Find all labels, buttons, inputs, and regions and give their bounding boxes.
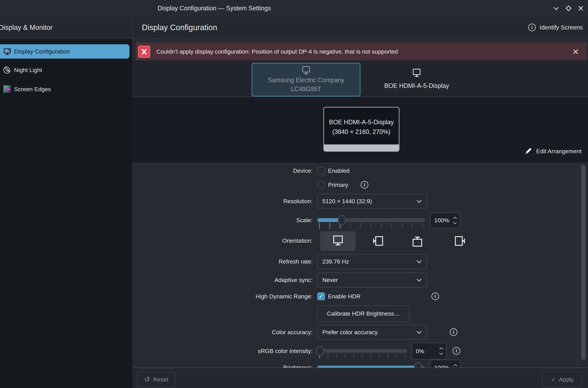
chevron-down-icon	[416, 260, 422, 264]
check-icon: ✓	[319, 293, 324, 300]
scale-slider[interactable]	[317, 218, 425, 222]
adaptive-sync-dropdown[interactable]: Never	[317, 272, 427, 288]
page-title: Display Configuration	[142, 17, 217, 38]
sidebar-item-night-light[interactable]: Night Light	[0, 63, 130, 77]
brightness-label: Brightness:	[283, 364, 312, 368]
srgb-spinbox[interactable]: 0%	[412, 343, 446, 360]
brightness-slider-handle[interactable]	[414, 363, 422, 368]
refresh-rate-label: Refresh rate:	[279, 258, 312, 265]
identify-screens-button[interactable]: i Identify Screens	[528, 17, 583, 38]
orientation-label: Orientation:	[282, 237, 312, 244]
monitor-icon	[412, 69, 421, 78]
close-icon	[577, 5, 584, 12]
sidebar-item-label: Screen Edges	[14, 86, 51, 93]
monitor-tab-label-line1: Samsung Electric Company	[268, 76, 344, 84]
scale-value: 100%	[434, 217, 449, 224]
error-banner: Couldn’t apply display configuration: Po…	[136, 43, 587, 61]
scale-slider-handle[interactable]	[338, 215, 346, 225]
primary-info-icon[interactable]: i	[361, 181, 368, 189]
resolution-dropdown[interactable]: 5120 × 1440 (32:9)	[317, 194, 427, 209]
error-icon	[138, 46, 150, 58]
chevron-down-icon	[416, 330, 422, 334]
system-settings-window: Display Configuration — System Settings …	[0, 0, 588, 388]
monitor-preview-box[interactable]: BOE HDMI-A-5-Display (3840 × 2160, 270%)	[323, 107, 399, 152]
sidebar-item-label: Night Light	[14, 67, 42, 73]
spin-down-icon[interactable]	[439, 352, 444, 355]
refresh-rate-dropdown[interactable]: 239.76 Hz	[317, 254, 427, 269]
footer-bar: ↺ Reset ✓ Apply	[132, 368, 588, 388]
titlebar: Display Configuration — System Settings	[0, 0, 588, 17]
srgb-slider[interactable]	[317, 349, 407, 353]
check-icon: ✓	[551, 376, 556, 383]
resolution-label: Resolution:	[283, 197, 312, 205]
hdr-info-icon[interactable]: i	[432, 292, 439, 300]
srgb-slider-handle[interactable]	[316, 346, 324, 356]
reset-button[interactable]: ↺ Reset	[137, 372, 176, 387]
color-accuracy-info-icon[interactable]: i	[450, 328, 457, 336]
calibrate-hdr-button[interactable]: Calibrate HDR Brightness…	[317, 305, 410, 322]
info-icon: i	[528, 24, 536, 31]
scrollbar-track-divider	[578, 163, 578, 368]
srgb-info-icon[interactable]: i	[453, 347, 460, 355]
enable-hdr-label: Enable HDR	[328, 292, 361, 300]
device-label: Device:	[293, 167, 312, 174]
orientation-portrait-right-button[interactable]	[454, 234, 467, 248]
edit-arrangement-label: Edit Arrangement	[536, 148, 582, 155]
chevron-down-icon	[416, 278, 422, 282]
sidebar-item-screen-edges[interactable]: Screen Edges	[0, 82, 130, 96]
banner-close-button[interactable]	[570, 43, 581, 60]
monitor-icon	[3, 48, 11, 55]
enabled-checkbox[interactable]	[317, 167, 325, 174]
night-light-icon	[3, 66, 11, 74]
brightness-value: 100%	[434, 364, 449, 368]
sidebar-item-display-configuration[interactable]: Display Configuration	[0, 44, 130, 59]
spin-up-icon[interactable]	[453, 217, 457, 219]
reset-label: Reset	[153, 376, 168, 383]
enable-hdr-checkbox[interactable]: ✓	[317, 292, 325, 300]
color-accuracy-label: Color accuracy:	[272, 328, 312, 336]
spin-up-icon[interactable]	[453, 364, 458, 367]
minimize-button[interactable]	[551, 3, 561, 13]
monitor-portrait-left-icon	[371, 235, 383, 247]
screen-edges-icon	[3, 85, 11, 93]
monitor-preview-stand	[324, 145, 399, 151]
chevron-down-icon	[552, 5, 560, 12]
edit-arrangement-button[interactable]: Edit Arrangement	[524, 146, 582, 157]
error-message: Couldn’t apply display configuration: Po…	[156, 48, 398, 55]
color-accuracy-dropdown[interactable]: Prefer color accuracy	[317, 325, 427, 340]
apply-button[interactable]: ✓ Apply	[542, 371, 583, 387]
brightness-spinbox[interactable]: 100%	[430, 360, 460, 368]
spin-down-icon[interactable]	[453, 222, 457, 224]
scrollbar-thumb[interactable]	[581, 165, 586, 360]
monitor-tab-samsung[interactable]: Samsung Electric Company LC49G95T	[252, 63, 360, 96]
spin-up-icon[interactable]	[439, 347, 444, 350]
monitor-tab-label-line1: BOE HDMI-A-5-Display	[384, 82, 449, 90]
monitor-icon	[301, 66, 311, 75]
sidebar-category-title: Display & Monitor	[0, 17, 52, 38]
orientation-inverted-button[interactable]	[411, 234, 424, 248]
scale-spinbox[interactable]: 100%	[430, 212, 460, 228]
monitor-tab-boe[interactable]: BOE HDMI-A-5-Display	[378, 63, 456, 95]
close-window-button[interactable]	[576, 3, 586, 13]
scale-label: Scale:	[296, 216, 313, 224]
window-title: Display Configuration — System Settings	[157, 0, 271, 17]
srgb-slider-ticks	[319, 353, 405, 358]
apply-label: Apply	[559, 376, 573, 383]
orientation-landscape-button[interactable]	[320, 231, 356, 251]
resolution-value: 5120 × 1440 (32:9)	[322, 198, 372, 205]
monitor-preview-name: BOE HDMI-A-5-Display	[324, 119, 399, 126]
close-icon	[572, 48, 579, 55]
sidebar: Display Configuration Night Light Screen…	[0, 39, 132, 388]
header-band: Display & Monitor Display Configuration …	[0, 17, 588, 39]
sidebar-item-label: Display Configuration	[14, 48, 70, 55]
primary-radio[interactable]	[317, 181, 325, 189]
undo-icon: ↺	[144, 376, 150, 383]
scale-slider-ticks	[319, 223, 423, 229]
enabled-label: Enabled	[328, 167, 349, 174]
display-settings-form: Device: Enabled Primary i Resolution: 51…	[132, 163, 588, 368]
monitor-inverted-icon	[411, 235, 424, 247]
srgb-intensity-label: sRGB color intensity:	[258, 347, 312, 355]
orientation-portrait-left-button[interactable]	[370, 234, 384, 248]
maximize-button[interactable]	[563, 3, 574, 13]
identify-screens-label: Identify Screens	[540, 24, 583, 31]
